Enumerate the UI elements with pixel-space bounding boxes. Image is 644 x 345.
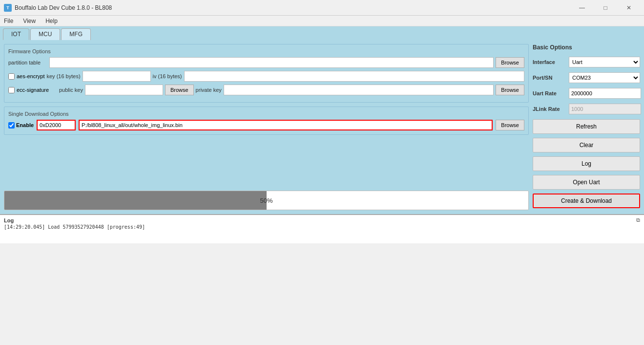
iv-input[interactable]: [184, 71, 525, 82]
jlink-rate-label: JLink Rate: [533, 106, 567, 112]
log-title: Log: [4, 217, 14, 223]
left-panel: Firmware Options partition table Browse …: [4, 44, 529, 210]
aes-encrypt-checkbox[interactable]: [8, 73, 15, 80]
partition-browse-button[interactable]: Browse: [496, 57, 524, 68]
maximize-button[interactable]: □: [594, 0, 617, 16]
aes-encrypt-row: aes-encrypt key (16 bytes) iv (16 bytes): [8, 71, 524, 82]
minimize-button[interactable]: —: [571, 0, 593, 16]
enable-label[interactable]: Enable: [8, 122, 34, 129]
progress-bar-fill: [4, 191, 267, 210]
ecc-signature-label[interactable]: ecc-signature: [8, 87, 57, 93]
public-key-browse-button[interactable]: Browse: [165, 85, 194, 95]
log-section: Log ⧉ [14:29:20.045] Load 57993527920448…: [0, 214, 644, 243]
refresh-button[interactable]: Refresh: [533, 119, 640, 134]
title-bar: T Bouffalo Lab Dev Cube 1.8.0 - BL808 — …: [0, 0, 644, 16]
partition-label: partition table: [8, 60, 47, 65]
menu-bar: File View Help: [0, 16, 644, 26]
interface-row: Interface Uart JLink OpenOCD: [533, 57, 640, 67]
log-button[interactable]: Log: [533, 156, 640, 171]
basic-options-title: Basic Options: [533, 44, 640, 51]
progress-bar-container: 50%: [4, 191, 529, 210]
create-download-button[interactable]: Create & Download: [533, 194, 640, 208]
public-key-input[interactable]: [85, 85, 163, 95]
open-uart-button[interactable]: Open Uart: [533, 175, 640, 190]
uart-rate-label: Uart Rate: [533, 90, 567, 96]
public-key-label: public key: [59, 87, 83, 93]
single-download-browse-button[interactable]: Browse: [496, 120, 524, 130]
close-button[interactable]: ✕: [618, 0, 640, 16]
private-key-input[interactable]: [224, 85, 494, 95]
key-input[interactable]: [83, 71, 151, 82]
log-copy-icon[interactable]: ⧉: [636, 217, 640, 223]
single-download-row: Enable Browse: [8, 120, 524, 130]
key-label: key (16 bytes): [46, 73, 80, 79]
tab-mfg[interactable]: MFG: [61, 28, 91, 40]
tab-mcu[interactable]: MCU: [30, 28, 60, 40]
iv-label: iv (16 bytes): [153, 73, 182, 79]
content-area: Firmware Options partition table Browse …: [0, 40, 644, 214]
uart-rate-row: Uart Rate: [533, 88, 640, 99]
tab-iot[interactable]: IOT: [3, 28, 29, 40]
menu-file[interactable]: File: [2, 17, 15, 25]
interface-label: Interface: [533, 59, 567, 65]
app-icon: T: [4, 4, 12, 12]
port-sn-row: Port/SN COM23 COM1 COM2: [533, 72, 640, 83]
progress-text: 50%: [260, 197, 272, 204]
ecc-signature-checkbox[interactable]: [8, 87, 15, 93]
right-panel: Basic Options Interface Uart JLink OpenO…: [533, 44, 640, 210]
address-input[interactable]: [37, 120, 76, 130]
jlink-rate-input[interactable]: [569, 104, 641, 114]
interface-select[interactable]: Uart JLink OpenOCD: [569, 57, 640, 67]
uart-rate-input[interactable]: [569, 88, 641, 99]
private-key-browse-button[interactable]: Browse: [496, 85, 524, 95]
menu-help[interactable]: Help: [43, 17, 60, 25]
log-content: [14:29:20.045] Load 57993527920448 [prog…: [4, 224, 640, 230]
tabs-container: IOT MCU MFG: [0, 26, 644, 40]
port-sn-label: Port/SN: [533, 75, 567, 81]
menu-view[interactable]: View: [21, 17, 38, 25]
path-input[interactable]: [79, 120, 493, 130]
window-controls: — □ ✕: [571, 0, 640, 16]
aes-encrypt-label[interactable]: aes-encrypt: [8, 73, 44, 80]
firmware-options-title: Firmware Options: [8, 48, 524, 54]
partition-row: partition table Browse: [8, 57, 524, 68]
partition-input[interactable]: [49, 57, 494, 68]
clear-button[interactable]: Clear: [533, 138, 640, 152]
log-header: Log ⧉: [4, 217, 640, 223]
single-download-title: Single Download Options: [8, 111, 524, 117]
ecc-signature-row: ecc-signature public key Browse private …: [8, 85, 524, 95]
private-key-label: private key: [196, 87, 222, 93]
enable-checkbox[interactable]: [8, 122, 15, 129]
app-title: Bouffalo Lab Dev Cube 1.8.0 - BL808: [15, 4, 112, 11]
single-download-section: Single Download Options Enable Browse: [4, 107, 529, 135]
port-sn-select[interactable]: COM23 COM1 COM2: [569, 72, 640, 83]
jlink-rate-row: JLink Rate: [533, 104, 640, 114]
firmware-options-section: Firmware Options partition table Browse …: [4, 44, 529, 103]
